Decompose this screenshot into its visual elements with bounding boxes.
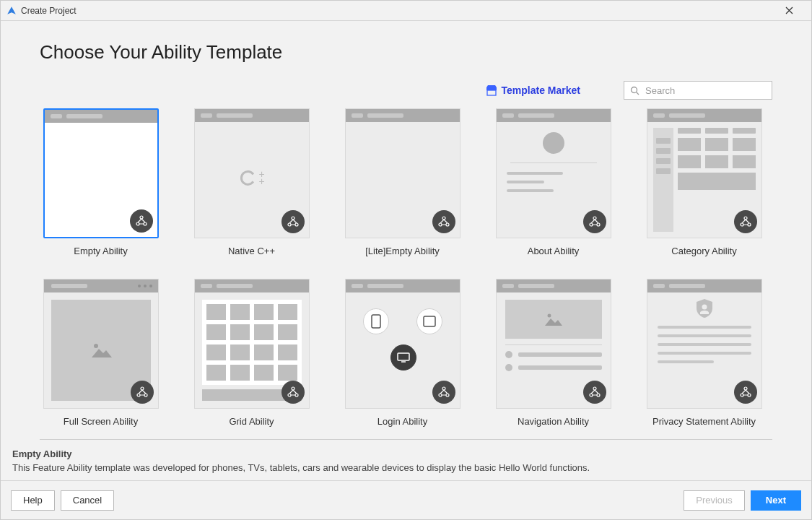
svg-point-13 — [593, 217, 596, 220]
svg-point-7 — [292, 217, 294, 220]
description-body: This Feature Ability template was develo… — [12, 462, 772, 473]
svg-rect-1 — [487, 90, 496, 95]
svg-point-27 — [295, 394, 298, 396]
svg-point-39 — [597, 394, 600, 396]
grid-icon — [202, 300, 302, 385]
harmony-badge-icon — [130, 209, 153, 233]
svg-marker-35 — [545, 318, 562, 326]
template-preview[interactable] — [496, 279, 611, 409]
template-preview[interactable] — [345, 108, 460, 238]
search-input[interactable] — [644, 84, 768, 97]
template-card-lite-empty-ability[interactable]: [Lite]Empty Ability — [341, 108, 463, 263]
svg-point-9 — [295, 223, 298, 226]
harmony-badge-icon — [583, 210, 606, 233]
svg-point-42 — [741, 394, 743, 396]
svg-point-4 — [140, 216, 143, 219]
template-label: Empty Ability — [74, 246, 127, 256]
harmony-badge-icon — [432, 381, 455, 404]
template-card-login-ability[interactable]: Login Ability — [341, 279, 463, 433]
svg-point-33 — [439, 394, 442, 396]
image-placeholder-icon — [505, 300, 602, 339]
svg-point-26 — [288, 394, 291, 396]
svg-rect-28 — [372, 315, 380, 328]
template-label: About Ability — [528, 246, 580, 256]
svg-point-22 — [141, 387, 144, 390]
svg-point-11 — [439, 223, 442, 226]
template-market-link[interactable]: Template Market — [486, 84, 580, 96]
svg-point-2 — [632, 87, 637, 92]
template-preview[interactable] — [647, 108, 762, 238]
harmony-badge-icon — [734, 210, 757, 233]
next-button[interactable]: Next — [751, 490, 801, 511]
svg-rect-29 — [424, 316, 435, 326]
harmony-badge-icon — [583, 381, 606, 404]
template-market-label: Template Market — [502, 84, 580, 96]
harmony-badge-icon — [281, 381, 305, 404]
svg-point-6 — [144, 222, 147, 225]
template-preview[interactable] — [43, 279, 159, 409]
search-icon — [630, 86, 639, 95]
template-preview[interactable]: ++ — [194, 108, 310, 238]
toolbar: Template Market — [40, 81, 772, 100]
svg-rect-30 — [398, 353, 409, 360]
svg-line-3 — [637, 92, 639, 95]
footer: Help Cancel Previous Next — [1, 480, 811, 519]
market-icon — [486, 84, 497, 96]
phone-device-icon — [363, 308, 389, 334]
svg-point-34 — [446, 394, 449, 396]
template-card-navigation-ability[interactable]: Navigation Ability — [492, 279, 614, 433]
svg-point-37 — [593, 387, 596, 390]
close-button[interactable] — [785, 6, 806, 14]
window-title: Create Project — [21, 6, 77, 16]
template-preview[interactable] — [496, 108, 611, 238]
template-card-empty-ability[interactable]: Empty Ability — [40, 108, 162, 263]
template-preview[interactable] — [43, 108, 159, 238]
template-card-full-screen-ability[interactable]: Full Screen Ability — [40, 279, 162, 433]
search-box[interactable] — [624, 81, 772, 100]
privacy-shield-icon — [695, 298, 714, 318]
page-title: Choose Your Ability Template — [40, 41, 772, 64]
harmony-badge-icon — [281, 210, 305, 233]
svg-point-16 — [744, 217, 747, 220]
template-card-category-ability[interactable]: Category Ability — [643, 108, 765, 263]
avatar-placeholder-icon — [543, 132, 564, 154]
template-preview[interactable] — [194, 279, 310, 409]
template-card-privacy-statement-ability[interactable]: Privacy Statement Ability — [643, 279, 765, 433]
content-area: Choose Your Ability Template Template Ma… — [1, 21, 811, 433]
cancel-button[interactable]: Cancel — [61, 490, 114, 511]
tablet-device-icon — [416, 308, 442, 334]
app-logo-icon — [6, 6, 17, 16]
svg-point-23 — [137, 394, 140, 396]
template-card-grid-ability[interactable]: Grid Ability — [191, 279, 313, 433]
svg-point-24 — [144, 394, 147, 396]
svg-point-10 — [442, 217, 445, 220]
template-label: [Lite]Empty Ability — [365, 246, 440, 256]
harmony-badge-icon — [432, 210, 455, 233]
description-title: Empty Ability — [12, 448, 772, 459]
template-label: Native C++ — [228, 246, 275, 256]
svg-point-25 — [292, 387, 294, 390]
template-card-native-cpp[interactable]: ++ Native C++ — [191, 108, 313, 263]
svg-point-15 — [597, 223, 600, 226]
template-preview[interactable] — [345, 279, 460, 409]
template-label: Navigation Ability — [518, 416, 589, 427]
svg-point-38 — [590, 394, 593, 396]
svg-point-12 — [446, 223, 449, 226]
template-label: Login Ability — [377, 416, 427, 427]
svg-point-14 — [590, 223, 593, 226]
template-card-about-ability[interactable]: About Ability — [492, 108, 614, 263]
svg-point-21 — [94, 344, 98, 348]
template-label: Category Ability — [671, 246, 736, 256]
template-gallery[interactable]: Empty Ability ++ — [40, 108, 772, 433]
svg-point-5 — [136, 222, 139, 225]
help-button[interactable]: Help — [11, 490, 55, 511]
tv-device-icon — [390, 344, 416, 370]
harmony-badge-icon — [734, 381, 757, 404]
template-preview[interactable] — [647, 279, 762, 409]
previous-button: Previous — [684, 490, 745, 511]
template-label: Privacy Statement Ability — [652, 416, 756, 427]
template-description: Empty Ability This Feature Ability templ… — [1, 440, 811, 480]
template-label: Full Screen Ability — [64, 416, 138, 427]
svg-point-17 — [741, 223, 743, 226]
template-gallery-wrap: Empty Ability ++ — [40, 108, 772, 433]
